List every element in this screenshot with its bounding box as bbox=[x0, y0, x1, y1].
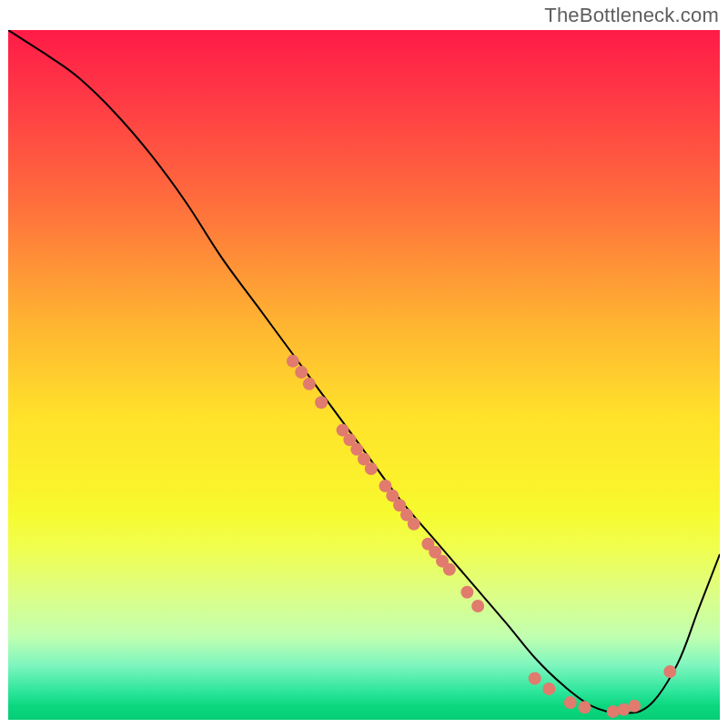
data-point-bottom-3 bbox=[564, 696, 577, 709]
plot-area bbox=[8, 30, 720, 720]
data-point-cluster-upper-4 bbox=[315, 396, 328, 409]
bottleneck-curve bbox=[8, 30, 720, 713]
data-point-cluster-mid-5 bbox=[365, 462, 378, 475]
data-point-bottom-5 bbox=[607, 705, 620, 718]
data-point-cluster-mid-10 bbox=[408, 518, 420, 531]
data-point-bottom-2 bbox=[542, 682, 555, 695]
chart-svg bbox=[8, 30, 720, 720]
data-point-cluster-upper-1 bbox=[287, 355, 299, 368]
data-point-cluster-low-5 bbox=[460, 586, 473, 599]
data-point-bottom-1 bbox=[529, 672, 541, 685]
data-point-cluster-low-6 bbox=[471, 600, 484, 612]
data-point-cluster-upper-2 bbox=[295, 366, 308, 379]
data-point-cluster-upper-3 bbox=[303, 378, 316, 390]
attribution-text: TheBottleneck.com bbox=[544, 4, 719, 27]
data-point-bottom-7 bbox=[628, 700, 641, 713]
data-point-rise-1 bbox=[663, 665, 676, 678]
data-point-cluster-low-4 bbox=[443, 563, 456, 576]
data-point-bottom-4 bbox=[578, 701, 591, 713]
